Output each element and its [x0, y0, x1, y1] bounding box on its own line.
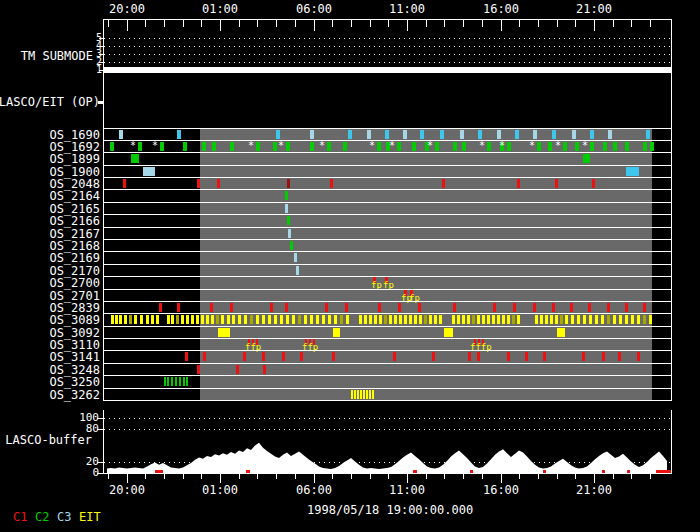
event-mark [110, 142, 114, 151]
event-mark [515, 130, 519, 139]
event-mark [288, 229, 291, 238]
event-mark [545, 315, 548, 324]
event-mark [183, 377, 185, 386]
event-mark [453, 142, 457, 151]
event-mark [256, 315, 259, 324]
event-mark [552, 303, 555, 312]
event-mark [555, 179, 558, 188]
event-mark [385, 130, 389, 139]
row-separator [103, 239, 672, 240]
hour-tick-bottom [257, 474, 258, 479]
event-mark [403, 130, 407, 139]
hour-tick-top [164, 20, 165, 27]
event-mark [552, 130, 556, 139]
event-mark [359, 315, 362, 324]
event-mark [250, 315, 253, 324]
event-mark [292, 315, 295, 324]
event-mark [351, 390, 353, 399]
event-mark [557, 328, 565, 337]
event-mark [543, 352, 546, 361]
event-mark [179, 377, 181, 386]
event-mark [595, 315, 598, 324]
event-mark [420, 130, 424, 139]
tm-submode-active-bar [103, 67, 672, 73]
event-mark [221, 315, 224, 324]
event-mark [268, 315, 271, 324]
event-mark [540, 315, 543, 324]
hour-tick-bottom [482, 474, 483, 479]
event-mark [140, 315, 143, 324]
event-mark [601, 315, 604, 324]
event-mark [492, 315, 495, 324]
hour-tick-top [370, 20, 371, 27]
event-mark [535, 315, 538, 324]
event-mark [603, 142, 607, 151]
row-separator [103, 214, 672, 215]
hour-tick-top [201, 20, 202, 27]
event-mark [286, 142, 290, 151]
row-separator [103, 363, 672, 364]
event-mark [262, 315, 265, 324]
axis-hour-label-top: 06:00 [293, 3, 335, 15]
hour-tick-bottom [407, 474, 408, 483]
event-mark [176, 315, 179, 324]
lasco-buffer-label: LASCO-buffer [5, 434, 92, 446]
event-mark [202, 142, 206, 151]
event-mark [334, 315, 337, 324]
star-marker: * [427, 141, 433, 151]
event-mark [164, 377, 166, 386]
tm-level-label: 1 [96, 65, 102, 75]
axis-hour-label-bottom: 11:00 [386, 484, 428, 496]
event-mark [322, 315, 325, 324]
tm-grid-dotted-line [104, 62, 671, 63]
event-mark [404, 315, 407, 324]
hour-tick-top [145, 20, 146, 27]
event-mark [290, 241, 293, 250]
event-mark [625, 303, 628, 312]
buffer-ytick-label: 0 [92, 467, 99, 478]
event-mark [294, 253, 297, 262]
hour-tick-top [575, 20, 576, 27]
event-mark [232, 315, 235, 324]
event-mark [625, 315, 628, 324]
star-marker: * [555, 141, 561, 151]
event-mark [560, 315, 563, 324]
event-mark [210, 303, 213, 312]
event-mark [191, 315, 194, 324]
hour-tick-top [613, 20, 614, 27]
hour-tick-bottom [650, 474, 651, 479]
buffer-ytick-label: 80 [86, 423, 99, 434]
star-marker: * [369, 141, 375, 151]
axis-hour-label-bottom: 01:00 [199, 484, 241, 496]
event-mark [369, 315, 372, 324]
event-mark [412, 142, 416, 151]
event-mark [332, 352, 335, 361]
hour-tick-bottom [426, 474, 427, 479]
row-separator [103, 128, 672, 129]
event-mark [316, 315, 319, 324]
event-mark [497, 130, 501, 139]
hour-tick-top [239, 20, 240, 27]
event-mark [310, 130, 314, 139]
event-mark [493, 303, 496, 312]
event-mark [590, 130, 594, 139]
event-mark [151, 315, 154, 324]
event-mark [643, 142, 647, 151]
event-mark [218, 328, 230, 337]
event-mark [432, 352, 435, 361]
event-mark [570, 303, 573, 312]
event-mark [286, 315, 289, 324]
event-mark [626, 167, 639, 176]
row-separator [103, 388, 672, 389]
axis-hour-label-top: 21:00 [573, 3, 615, 15]
event-mark [203, 352, 206, 361]
event-mark [462, 315, 465, 324]
row-separator [103, 350, 672, 351]
event-mark [230, 303, 233, 312]
row-separator [103, 152, 672, 153]
event-mark [357, 390, 359, 399]
event-mark [287, 179, 290, 188]
event-mark [533, 303, 536, 312]
event-mark [414, 315, 417, 324]
row-label: OS_2700 [49, 277, 100, 289]
